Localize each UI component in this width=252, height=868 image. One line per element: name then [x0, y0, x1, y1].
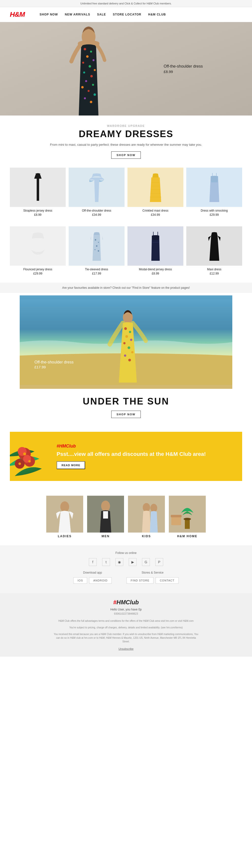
unsubscribe-link[interactable]: Unsubscribe [118, 647, 133, 650]
product-card-1[interactable]: Strapless jersey dress £8.99 [10, 167, 66, 217]
google-plus-icon[interactable]: G [142, 558, 150, 566]
svg-point-9 [83, 71, 85, 73]
svg-point-17 [90, 101, 92, 103]
dress-icon-4 [206, 173, 223, 202]
svg-rect-64 [171, 515, 181, 517]
svg-point-49 [23, 453, 26, 455]
svg-rect-56 [103, 511, 108, 519]
category-ladies[interactable]: LADIES [46, 496, 83, 538]
svg-point-55 [101, 501, 110, 512]
hm-club-banner-text: Psst....view all offers and discounts at… [57, 451, 206, 458]
store-buttons: FIND STORE CONTACT [127, 577, 179, 584]
nav-sale[interactable]: SALE [97, 13, 106, 16]
product-card-3[interactable]: Crinkled maxi dress £34.99 [128, 167, 183, 217]
product-image-2 [69, 167, 124, 207]
contact-button[interactable]: CONTACT [156, 577, 178, 584]
svg-rect-0 [0, 22, 252, 116]
nav-hmclub[interactable]: H&M CLUB [148, 13, 166, 16]
find-store-button[interactable]: FIND STORE [127, 577, 153, 584]
instagram-icon[interactable]: ◉ [115, 558, 123, 566]
men-label: MEN [102, 534, 110, 538]
svg-point-50 [28, 460, 31, 463]
product-card-4[interactable]: Dress with smocking £29.99 [186, 167, 242, 217]
android-button[interactable]: ANDROID [89, 577, 112, 584]
hm-logo-black: HMClub [116, 599, 139, 606]
hm-club-legal-1: H&M Club offers the full advantages term… [52, 619, 200, 623]
home-image [169, 496, 206, 532]
men-image [87, 496, 124, 532]
pinterest-icon[interactable]: P [155, 558, 163, 566]
svg-point-28 [94, 249, 95, 250]
product-image-8 [186, 226, 242, 266]
svg-rect-61 [185, 519, 190, 529]
facebook-icon[interactable]: f [89, 558, 97, 566]
category-home[interactable]: H&M HOME [169, 496, 206, 538]
hm-logo-red: # [113, 599, 116, 606]
svg-point-8 [94, 69, 96, 71]
product-name-6: Tie-sleeved dress [85, 268, 108, 271]
svg-point-2 [84, 48, 86, 51]
nav-shop-now[interactable]: SHOP NOW [39, 13, 58, 16]
product-image-1 [10, 167, 66, 207]
beach-product-info: Off-the-shoulder dress £17.99 [34, 360, 74, 369]
under-sun-shop-now[interactable]: SHOP NOW [111, 411, 141, 418]
category-men[interactable]: MEN [87, 496, 124, 538]
read-more-button[interactable]: READ MORE [57, 461, 85, 469]
product-card-6[interactable]: Tie-sleeved dress £17.99 [69, 226, 124, 275]
youtube-icon[interactable]: ▶ [129, 558, 137, 566]
product-name-1: Strapless jersey dress [23, 209, 52, 212]
product-image-5 [10, 226, 66, 266]
product-card-8[interactable]: Maxi dress £12.99 [186, 226, 242, 275]
svg-point-36 [129, 331, 131, 333]
product-price-8: £12.99 [210, 272, 219, 275]
ios-button[interactable]: iOS [73, 577, 87, 584]
footer-social: Follow us online f t ◉ ▶ G P Download ap… [0, 545, 252, 593]
svg-point-26 [98, 242, 99, 243]
find-store-banner: Are your favourites available in store? … [0, 283, 252, 293]
product-grid-row1: Strapless jersey dress £8.99 Off-the-sho… [0, 163, 252, 221]
hm-logo[interactable]: H&M [10, 10, 25, 19]
stores-service-group: Stores & Service FIND STORE CONTACT [127, 571, 179, 584]
product-image-7 [128, 226, 183, 266]
svg-point-40 [128, 346, 130, 349]
hm-club-bottom-logo: #HMClub [6, 599, 246, 606]
product-name-4: Dress with smocking [201, 209, 228, 212]
flowers-decoration [10, 432, 54, 481]
category-kids[interactable]: KIDS [128, 496, 165, 538]
product-name-8: Maxi dress [207, 268, 221, 271]
svg-point-41 [131, 351, 133, 353]
product-price-5: £29.99 [33, 272, 42, 275]
beach-hero-section: Off-the-shoulder dress £17.99 [0, 296, 252, 389]
hm-club-bottom-section: #HMClub Hello User, you have 0p 93061022… [0, 593, 252, 657]
beach-product-name: Off-the-shoulder dress [34, 360, 74, 365]
hero-product-price: £8.99 [164, 69, 203, 74]
main-nav: SHOP NOW NEW ARRIVALS SALE STORE LOCATOR… [39, 13, 166, 16]
product-grid-row2: Flounced jersey dress £29.99 Tie-sleeved… [0, 221, 252, 280]
dress-icon-6 [88, 231, 105, 261]
product-card-5[interactable]: Flounced jersey dress £29.99 [10, 226, 66, 275]
svg-point-53 [60, 501, 69, 512]
under-sun-title: UNDER THE SUN [0, 396, 252, 407]
download-app-group: Download app iOS ANDROID [73, 571, 112, 584]
hero-image [0, 22, 252, 116]
product-card-7[interactable]: Modal-blend jersey dress £8.99 [128, 226, 183, 275]
dress-icon-1 [29, 173, 47, 202]
svg-point-39 [123, 342, 125, 344]
nav-store-locator[interactable]: STORE LOCATOR [113, 13, 141, 16]
shop-now-button[interactable]: SHOP NOW [111, 151, 141, 159]
svg-point-51 [19, 463, 21, 465]
dress-icon-8 [206, 231, 223, 261]
svg-point-12 [92, 84, 94, 86]
kids-image [128, 496, 165, 532]
hm-club-greeting: Hello User, you have 0p [6, 608, 246, 611]
hm-club-legal-3: You received this email because you are … [52, 632, 200, 643]
svg-point-10 [90, 75, 93, 78]
product-card-2[interactable]: Off-the-shoulder dress £34.99 [69, 167, 124, 217]
twitter-icon[interactable]: t [102, 558, 110, 566]
hm-club-banner-logo: #HMClub [57, 443, 206, 449]
section-title: DREAMY DRESSES [0, 129, 252, 140]
follow-text: Follow us online [6, 551, 246, 555]
product-image-4 [186, 167, 242, 207]
nav-new-arrivals[interactable]: NEW ARRIVALS [65, 13, 90, 16]
svg-point-4 [86, 55, 89, 58]
